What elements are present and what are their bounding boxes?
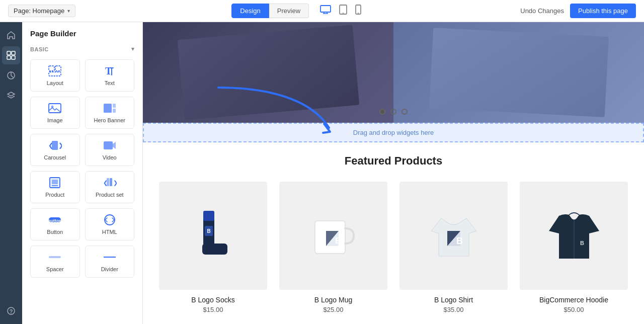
products-grid: B B Logo Socks $15.00: [159, 182, 628, 313]
widget-product-set[interactable]: ❮ ❯ Product set: [85, 171, 135, 203]
widget-text[interactable]: T Text: [85, 59, 135, 92]
widget-product[interactable]: Product: [30, 171, 80, 203]
widget-video[interactable]: Video: [85, 134, 135, 166]
sidebar: Page Builder BASIC ▾ Layout T: [22, 22, 143, 324]
svg-text:B: B: [335, 236, 341, 245]
svg-rect-33: [110, 178, 112, 186]
hero-right-panel: [393, 22, 644, 123]
svg-rect-23: [113, 109, 116, 113]
product-price-shirt: $35.00: [444, 306, 464, 313]
drop-zone[interactable]: Drag and drop widgets here: [143, 123, 644, 142]
rail-layers-icon[interactable]: [2, 87, 20, 105]
product-price-socks: $15.00: [203, 306, 223, 313]
product-image-socks: B: [159, 182, 267, 290]
product-image-mug: B: [279, 182, 387, 290]
product-name-hoodie: BigCommerce Hoodie: [539, 296, 608, 304]
widget-image-label: Image: [47, 117, 63, 123]
desktop-view-button[interactable]: [317, 3, 334, 19]
product-card-hoodie: B BigCommerce Hoodie $50.00: [520, 182, 628, 313]
preview-mode-button[interactable]: Preview: [269, 4, 309, 18]
tablet-view-button[interactable]: [336, 3, 350, 19]
hoodie-image: B: [544, 206, 604, 266]
widget-divider-label: Divider: [101, 266, 118, 272]
tablet-icon: [339, 5, 347, 15]
widget-button[interactable]: button Button: [30, 208, 80, 240]
carousel-icon: ❮ ❯: [48, 139, 62, 151]
widget-html[interactable]: HTML: [85, 208, 135, 240]
divider-icon: [103, 251, 117, 263]
html-icon: [103, 214, 117, 226]
svg-text:B: B: [207, 228, 210, 234]
mobile-view-button[interactable]: [352, 3, 364, 19]
product-card-socks: B B Logo Socks $15.00: [159, 182, 267, 313]
rail-theme-icon[interactable]: [2, 66, 20, 85]
mobile-icon: [355, 5, 361, 15]
svg-rect-27: [104, 141, 113, 149]
product-name-shirt: B Logo Shirt: [434, 296, 473, 304]
icon-rail: ?: [0, 22, 22, 324]
sidebar-title: Page Builder: [22, 22, 142, 43]
section-collapse-icon[interactable]: ▾: [131, 46, 135, 52]
svg-point-5: [343, 13, 344, 14]
rail-widgets-icon[interactable]: [2, 46, 20, 64]
publish-button[interactable]: Publish this page: [570, 4, 636, 18]
svg-rect-0: [320, 6, 331, 12]
drop-zone-label: Drag and drop widgets here: [353, 129, 434, 136]
product-name-socks: B Logo Socks: [191, 296, 234, 304]
svg-rect-42: [202, 244, 227, 255]
product-icon: [48, 177, 62, 189]
chevron-down-icon: ▾: [67, 8, 70, 14]
text-icon: T: [103, 65, 117, 77]
widget-carousel[interactable]: ❮ ❯ Carousel: [30, 134, 80, 166]
shirt-image: B: [424, 206, 484, 266]
hero-dot-2[interactable]: [390, 109, 396, 115]
featured-section: Featured Products B: [143, 142, 644, 324]
widget-layout[interactable]: Layout: [30, 59, 80, 92]
button-widget-icon: button: [48, 214, 62, 226]
image-icon: [48, 102, 62, 114]
undo-button[interactable]: Undo Changes: [520, 7, 564, 15]
page-selector[interactable]: Page: Homepage ▾: [8, 5, 75, 17]
svg-rect-41: [203, 211, 214, 221]
widget-button-label: Button: [47, 229, 63, 235]
spacer-icon: [48, 251, 62, 263]
hero-dot-1[interactable]: [379, 109, 385, 115]
svg-rect-38: [49, 256, 61, 258]
desktop-icon: [320, 5, 331, 14]
hero-banner-icon: [103, 102, 117, 114]
svg-rect-9: [12, 51, 15, 55]
widget-product-set-label: Product set: [96, 192, 124, 198]
mug-image: B: [306, 208, 361, 264]
widget-video-label: Video: [103, 154, 117, 160]
product-card-mug: B B Logo Mug $25.00: [279, 182, 387, 313]
hero-dots: [379, 109, 408, 115]
hero-dark-fabric: [177, 25, 359, 120]
rail-help-icon[interactable]: ?: [2, 302, 20, 320]
product-name-mug: B Logo Mug: [314, 296, 353, 304]
topbar-right: Undo Changes Publish this page: [520, 4, 636, 18]
svg-rect-21: [104, 104, 112, 113]
svg-rect-10: [7, 56, 11, 59]
widget-html-label: HTML: [102, 229, 117, 235]
svg-rect-17: [49, 72, 61, 76]
widget-layout-label: Layout: [47, 80, 63, 86]
widget-carousel-label: Carousel: [44, 154, 66, 160]
product-card-shirt: B B Logo Shirt $35.00: [399, 182, 508, 313]
hero-section: [143, 22, 644, 123]
widget-hero-banner-label: Hero Banner: [94, 117, 125, 123]
widget-spacer[interactable]: Spacer: [30, 246, 80, 278]
svg-text:B: B: [580, 240, 584, 246]
canvas-inner: Drag and drop widgets here Featured Prod…: [143, 22, 644, 324]
design-mode-button[interactable]: Design: [231, 4, 269, 18]
product-price-hoodie: $50.00: [564, 306, 584, 313]
product-price-mug: $25.00: [324, 306, 344, 313]
svg-rect-16: [55, 66, 61, 71]
widget-divider[interactable]: Divider: [85, 246, 135, 278]
widget-hero-banner[interactable]: Hero Banner: [85, 97, 135, 129]
topbar-left: Page: Homepage ▾: [8, 5, 75, 17]
topbar: Page: Homepage ▾ Design Preview: [0, 0, 644, 22]
hero-dot-3[interactable]: [401, 109, 408, 115]
rail-home-icon[interactable]: [2, 26, 20, 44]
socks-image: B: [191, 206, 236, 266]
widget-image[interactable]: Image: [30, 97, 80, 129]
